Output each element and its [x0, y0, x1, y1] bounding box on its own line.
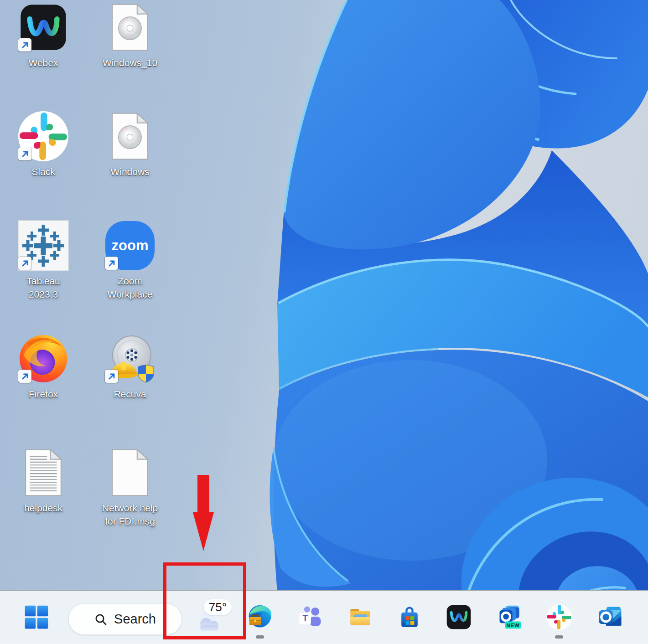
- desktop-icon-firefox[interactable]: Firefox: [9, 333, 78, 401]
- desktop-icon-helpdesk[interactable]: helpdesk: [9, 447, 78, 515]
- desktop-icon-label: Slack: [31, 165, 55, 179]
- desktop: Webex Windows_10: [0, 0, 648, 644]
- text-document-icon: [18, 447, 69, 498]
- taskbar-file-explorer-button[interactable]: [345, 602, 375, 632]
- desktop-icon-label: Firefox: [29, 388, 58, 401]
- taskbar-slack-button[interactable]: [544, 602, 574, 632]
- outlook-new-icon: NEW: [496, 603, 524, 631]
- desktop-icon-recuva[interactable]: Recuva: [96, 333, 164, 401]
- teams-t-letter: T: [302, 613, 308, 623]
- search-label: Search: [114, 612, 156, 627]
- annotation-red-arrow: [192, 475, 215, 551]
- disc-image-file-icon: [104, 111, 156, 162]
- desktop-icon-label: Recuva: [114, 388, 146, 401]
- edge-browser-icon: [246, 603, 274, 631]
- edge-running-indicator: [256, 635, 264, 639]
- zoom-icon: zoom: [104, 220, 156, 271]
- webex-icon: [18, 2, 69, 53]
- search-icon: [94, 613, 107, 626]
- desktop-icon-network-help[interactable]: Network helpfor FDI.msg: [96, 447, 164, 528]
- shortcut-arrow-icon: [105, 370, 118, 383]
- taskbar-store-button[interactable]: [394, 602, 425, 632]
- desktop-icon-windows-10[interactable]: Windows_10: [96, 2, 164, 70]
- file-explorer-icon: [347, 603, 374, 631]
- taskbar-outlook-new-button[interactable]: NEW: [495, 602, 525, 632]
- outlook-icon: [596, 603, 624, 631]
- windows-logo-icon: [23, 604, 50, 630]
- desktop-icon-windows[interactable]: Windows: [96, 111, 164, 179]
- desktop-icon-label: Webex: [29, 57, 58, 70]
- slack-icon: [18, 111, 69, 162]
- shortcut-arrow-icon: [18, 257, 31, 270]
- desktop-icon-zoom[interactable]: zoom ZoomWorkplace: [96, 220, 164, 301]
- slack-icon: [546, 604, 572, 630]
- firefox-icon: [18, 333, 69, 384]
- teams-icon: T: [296, 603, 324, 631]
- zoom-wordmark: zoom: [112, 237, 149, 253]
- taskbar: Search 75°: [0, 590, 648, 644]
- desktop-icon-label: Network helpfor FDI.msg: [102, 502, 158, 528]
- document-icon: [104, 447, 156, 498]
- microsoft-store-icon: [396, 603, 423, 631]
- disc-image-file-icon: [104, 2, 156, 53]
- start-button[interactable]: [21, 602, 52, 632]
- tableau-icon: [18, 220, 69, 271]
- taskbar-outlook-button[interactable]: [595, 602, 625, 632]
- new-badge: NEW: [507, 623, 520, 628]
- taskbar-webex-button[interactable]: [444, 602, 474, 632]
- shortcut-arrow-icon: [18, 147, 31, 160]
- wallpaper-bloom: [0, 0, 648, 644]
- shortcut-arrow-icon: [105, 257, 118, 270]
- desktop-icon-label: Windows_10: [103, 57, 157, 70]
- desktop-icon-tableau[interactable]: Tableau2023.3: [9, 220, 78, 301]
- webex-icon: [446, 604, 472, 630]
- recuva-icon: [104, 333, 156, 384]
- taskbar-edge-button[interactable]: [245, 602, 275, 632]
- desktop-icon-label: Windows: [110, 165, 149, 179]
- desktop-icon-label: Tableau2023.3: [26, 275, 60, 301]
- annotation-highlight-box: [163, 562, 246, 639]
- shortcut-arrow-icon: [18, 370, 31, 383]
- desktop-icon-label: ZoomWorkplace: [108, 275, 153, 301]
- desktop-icon-webex[interactable]: Webex: [9, 2, 78, 70]
- desktop-icon-slack[interactable]: Slack: [9, 111, 78, 179]
- slack-running-indicator: [555, 635, 563, 639]
- shortcut-arrow-icon: [18, 38, 31, 52]
- taskbar-teams-button[interactable]: T: [295, 602, 325, 632]
- desktop-icon-label: helpdesk: [24, 502, 62, 515]
